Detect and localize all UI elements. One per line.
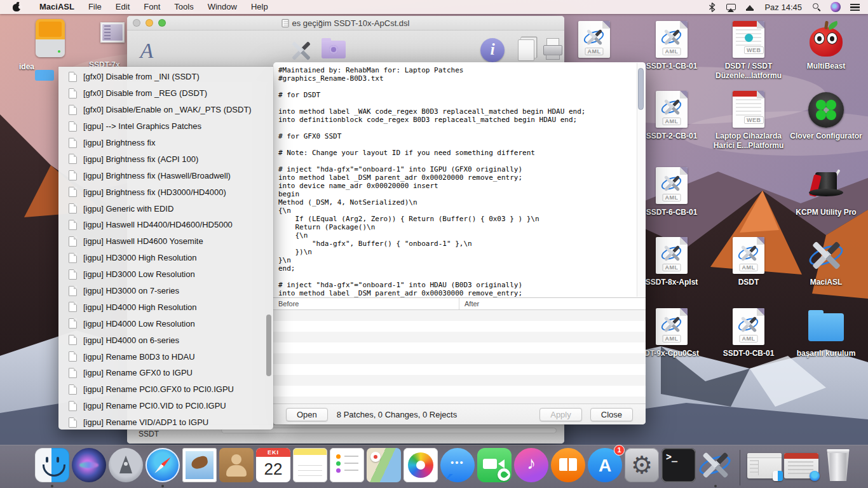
dock-item-ibooks[interactable]: [550, 447, 586, 487]
dock-item-trash[interactable]: [820, 447, 856, 487]
table-tab-ssdt[interactable]: SSDT: [139, 430, 159, 438]
dock-item-maciasl[interactable]: [698, 447, 733, 487]
table-row: [273, 364, 646, 375]
open-button[interactable]: Open: [286, 408, 328, 421]
close-button[interactable]: Close: [590, 408, 633, 421]
dock-item-notes[interactable]: [292, 447, 328, 487]
list-scrollbar-thumb[interactable]: [266, 315, 271, 376]
desktop-icon-maciasl-app[interactable]: MaciASL: [788, 237, 864, 287]
patch-list-item[interactable]: [igpu] Rename VID/ADP1 to IGPU: [58, 414, 273, 430]
patch-list-item[interactable]: [igpu] HD3000 Low Resolution: [58, 266, 273, 283]
dock-item-terminal[interactable]: [661, 447, 696, 487]
patch-list-item[interactable]: [igpu] Generic with EDID: [58, 200, 273, 217]
menu-window[interactable]: Window: [201, 0, 244, 14]
dock-item-itunes[interactable]: [513, 447, 549, 487]
menu-help[interactable]: Help: [244, 0, 275, 14]
code-scrollbar-thumb[interactable]: [638, 68, 644, 110]
dock-divider: [740, 450, 740, 485]
menu-bar-clock[interactable]: Paz 14:45: [759, 3, 807, 12]
desktop-icon-dsdt[interactable]: AML DSDT: [710, 237, 787, 287]
eject-icon[interactable]: [740, 0, 759, 14]
dock-item-finder[interactable]: [34, 447, 70, 487]
close-button[interactable]: [133, 19, 140, 27]
patch-list-item[interactable]: [igpu] Rename PCI0.VID to PCI0.IGPU: [58, 398, 273, 414]
menu-font[interactable]: Font: [137, 0, 167, 14]
dock-item-minimized-finder-window[interactable]: [747, 447, 782, 487]
patch-list-item[interactable]: [igpu] Rename PCI0.GFX0 to PCI0.IGPU: [58, 381, 273, 398]
desktop-icon-folder-basarili-kurulum[interactable]: başarılı kurulum: [788, 308, 864, 358]
zoom-button[interactable]: [158, 19, 166, 27]
patch-list-item[interactable]: [igpu] --> Intel Graphics Patches: [58, 118, 273, 135]
dock-item-mail[interactable]: [182, 447, 217, 487]
dock-item-appstore[interactable]: 1: [587, 447, 623, 487]
finder-icon: [35, 448, 69, 482]
desktop-icon-screenshot-file[interactable]: [100, 22, 125, 43]
dock-item-launchpad[interactable]: [108, 447, 144, 487]
minimize-button[interactable]: [146, 19, 153, 27]
search-icon[interactable]: [807, 0, 826, 14]
code-line: # for DSDT: [278, 91, 635, 99]
desktop-icon-aml-file[interactable]: AML: [556, 21, 632, 59]
patch-list-item[interactable]: [igpu] HD3000 High Resolution: [58, 250, 273, 266]
patch-list-item[interactable]: [gfx0] Disable from _INI (SSDT): [58, 69, 273, 85]
code-line: [278, 140, 635, 149]
patch-list-item[interactable]: [igpu] Rename GFX0 to IGPU: [58, 365, 273, 381]
aml-file-icon: AML: [656, 91, 688, 128]
desktop-icon-external-drive[interactable]: [34, 19, 67, 57]
dock-item-safari[interactable]: [145, 447, 180, 487]
aml-file-icon: AML: [733, 308, 764, 345]
desktop-icon-dsdt-ssdt-web[interactable]: WEB DSDT / SSDT Düzenle...latformu: [710, 21, 787, 81]
apple-menu-icon[interactable]: [13, 3, 21, 11]
before-column-header[interactable]: Before: [273, 298, 459, 309]
patch-list-item[interactable]: [igpu] Brightness fix (Haswell/Broadwell…: [58, 167, 273, 184]
photos-icon: [403, 448, 438, 482]
patch-list-item[interactable]: [gfx0] Disable from _REG (DSDT): [58, 85, 273, 102]
dock-item-system-preferences[interactable]: [624, 447, 660, 487]
notification-center-icon[interactable]: [845, 0, 864, 14]
patch-list-item[interactable]: [igpu] Brightness fix (ACPI 100): [58, 151, 273, 167]
patch-list-item[interactable]: [igpu] HD4000 Low Resolution: [58, 315, 273, 332]
patch-list-item[interactable]: [igpu] Haswell HD4600 Yosemite: [58, 233, 273, 250]
patch-list-item[interactable]: [igpu] Rename B0D3 to HDAU: [58, 348, 273, 365]
patch-list-item[interactable]: [igpu] HD4000 on 6-series: [58, 332, 273, 348]
dock-item-maps[interactable]: [366, 447, 402, 487]
dock-item-facetime[interactable]: [477, 447, 512, 487]
desktop-icon-laptop-web[interactable]: WEB Laptop Cihazlarda Harici E...Platfor…: [710, 91, 787, 151]
patch-list-item[interactable]: [igpu] Brightness fix: [58, 135, 273, 151]
code-line: into device name_adr 0x00020000 insert: [278, 182, 635, 190]
dock-item-minimized-safari-window[interactable]: [783, 447, 819, 487]
siri-icon[interactable]: [826, 0, 845, 14]
dock-item-messages[interactable]: [440, 447, 475, 487]
dock-item-contacts[interactable]: [219, 447, 254, 487]
menu-file[interactable]: File: [81, 0, 109, 14]
bluetooth-icon[interactable]: [702, 0, 721, 14]
log-icon: [513, 36, 539, 66]
menu-edit[interactable]: Edit: [109, 0, 137, 14]
code-scrollbar[interactable]: [637, 63, 645, 297]
document-icon: [69, 384, 77, 395]
reminders-icon: [330, 448, 364, 482]
dock-item-photos[interactable]: [403, 447, 438, 487]
dock-item-siri[interactable]: [71, 447, 107, 487]
dock-item-reminders[interactable]: [329, 447, 365, 487]
patch-list-item[interactable]: [igpu] HD3000 on 7-series: [58, 283, 273, 299]
desktop-icon-label: MaciASL: [810, 278, 843, 287]
desktop-icon-ssdt-0-cb-01[interactable]: AML SSDT-0-CB-01: [710, 308, 787, 358]
airplay-display-icon[interactable]: [721, 0, 740, 14]
after-column-header[interactable]: After: [459, 298, 646, 309]
desktop-icon-clover-configurator[interactable]: Clover Configurator: [788, 91, 864, 141]
patch-code-area[interactable]: #Maintained by: RehabMan for: Laptop Pat…: [273, 62, 646, 297]
patch-list-item[interactable]: [igpu] HD4000 High Resolution: [58, 299, 273, 315]
window-title-bar[interactable]: es geçiğim SSDT-10x-ApCst.dsl: [127, 16, 564, 30]
dock-item-calendar[interactable]: EKI22: [255, 447, 291, 487]
patch-list-item[interactable]: [igpu] Brightness fix (HD3000/HD4000): [58, 184, 273, 200]
desktop-icon-multibeast[interactable]: MultiBeast: [788, 21, 864, 71]
document-icon: [69, 72, 77, 82]
patch-list-item[interactable]: [igpu] Haswell HD4400/HD4600/HD5000: [58, 217, 273, 233]
desktop-icon-kcpm-utility[interactable]: KCPM Utility Pro: [788, 167, 864, 217]
menu-tools[interactable]: Tools: [167, 0, 200, 14]
app-menu-maciasl[interactable]: MaciASL: [32, 0, 81, 14]
apply-button[interactable]: Apply: [539, 408, 582, 421]
desktop-folder-partial[interactable]: [35, 70, 54, 81]
patch-list-item[interactable]: [gfx0] Disable/Enable on _WAK/_PTS (DSDT…: [58, 102, 273, 118]
